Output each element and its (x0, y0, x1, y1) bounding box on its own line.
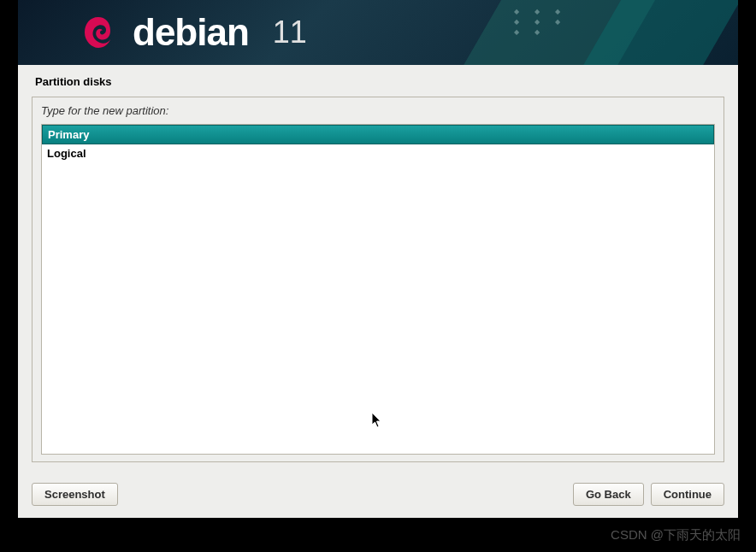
button-bar: Screenshot Go Back Continue (18, 473, 738, 518)
spacer (125, 483, 566, 506)
header-banner: ◆ ◆ ◆◆ ◆ ◆◆ ◆ debian 11 (18, 0, 738, 65)
header-dots-decoration: ◆ ◆ ◆◆ ◆ ◆◆ ◆ (514, 7, 567, 38)
go-back-button[interactable]: Go Back (573, 483, 644, 506)
header-decoration (439, 0, 738, 65)
list-item-logical[interactable]: Logical (42, 144, 714, 162)
brand-name: debian (133, 11, 249, 54)
debian-swirl-icon (78, 12, 119, 53)
continue-button[interactable]: Continue (651, 483, 724, 506)
brand-version: 11 (273, 15, 307, 50)
screenshot-button[interactable]: Screenshot (32, 483, 118, 506)
debian-logo: debian 11 (78, 11, 307, 54)
main-panel: Type for the new partition: PrimaryLogic… (32, 97, 724, 462)
page-title: Partition disks (35, 75, 724, 88)
prompt-label: Type for the new partition: (41, 104, 715, 117)
list-item-primary[interactable]: Primary (42, 125, 714, 144)
installer-window: ◆ ◆ ◆◆ ◆ ◆◆ ◆ debian 11 Partition disks … (18, 0, 738, 518)
watermark-text: CSDN @下雨天的太阳 (611, 527, 741, 543)
content-area: Partition disks Type for the new partiti… (18, 65, 738, 473)
partition-type-listbox[interactable]: PrimaryLogical (41, 124, 715, 455)
